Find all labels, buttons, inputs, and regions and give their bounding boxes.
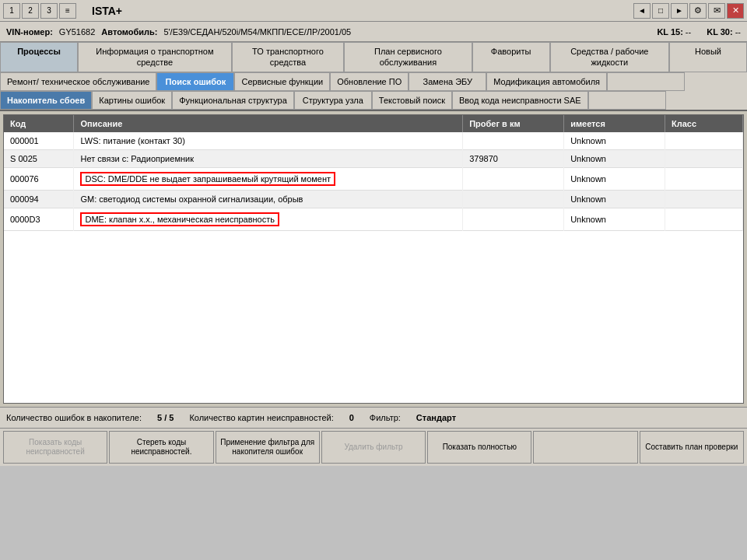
nav-btn-3[interactable]: 3 (40, 3, 58, 19)
nav-error-search[interactable]: Поиск ошибок (156, 72, 234, 91)
forward-btn[interactable]: ► (671, 3, 688, 19)
nav-service-plan[interactable]: План сервисного обслуживания (344, 42, 472, 72)
cell-status: Unknown (564, 168, 665, 191)
main-content: Код Описание Пробег в км имеется Класс 0… (0, 111, 747, 407)
nav-row-2: Ремонт/ техническое обслуживание Поиск о… (0, 72, 747, 91)
footer-buttons: Показать коды неисправностейСтереть коды… (0, 429, 747, 466)
cell-code: 000076 (4, 168, 74, 191)
nav-text-search[interactable]: Текстовый поиск (372, 91, 452, 110)
nav-processes[interactable]: Процессы (0, 42, 78, 72)
col-mileage: Пробег в км (463, 115, 564, 132)
nav-software-update[interactable]: Обновление ПО (330, 72, 409, 91)
nav-btn-2[interactable]: 2 (22, 3, 39, 19)
kl15-value: -- (686, 27, 691, 37)
fault-images-label: Количество картин неисправностей: (189, 413, 333, 422)
nav-ecu-replace[interactable]: Замена ЭБУ (409, 72, 486, 91)
cell-description: DSC: DME/DDE не выдает запрашиваемый кру… (74, 168, 463, 191)
cell-mileage (463, 132, 564, 150)
title-bar: 1 2 3 ≡ ISTA+ ◄ □ ► ⚙ ✉ ✕ (0, 0, 747, 22)
filter-label: Фильтр: (370, 413, 401, 422)
close-btn[interactable]: ✕ (727, 3, 744, 19)
nav-row-1: Процессы Информация о транспортном средс… (0, 42, 747, 72)
cell-description: Нет связи с: Радиоприемник (74, 150, 463, 168)
nav-square-btn[interactable]: □ (652, 3, 669, 19)
nav-sae-code[interactable]: Ввод кода неисправности SAE (452, 91, 588, 110)
nav-list-btn[interactable]: ≡ (59, 3, 76, 19)
cell-code: S 0025 (4, 150, 74, 168)
info-bar: VIN-номер: GY51682 Автомобиль: 5'/E39/СЕ… (0, 22, 747, 42)
cell-class (665, 150, 743, 168)
nav-empty-2 (588, 91, 666, 110)
nav-empty-1 (607, 72, 685, 91)
table-body: 000001LWS: питание (контакт 30)UnknownS … (4, 132, 743, 231)
nav-node-structure[interactable]: Структура узла (294, 91, 372, 110)
footer-status: Количество ошибок в накопителе: 5 / 5 Ко… (0, 407, 747, 429)
vin-value: GY51682 (59, 27, 95, 37)
nav-service-functions[interactable]: Сервисные функции (234, 72, 330, 91)
filter-value: Стандарт (416, 413, 456, 422)
cell-class (665, 132, 743, 150)
table-row[interactable]: 000094GM: светодиод системы охранной сиг… (4, 191, 743, 208)
errors-value: 5 / 5 (157, 413, 174, 422)
auto-label: Автомобиль: (101, 27, 157, 37)
table-row[interactable]: 0000D3DME: клапан х.х., механическая неи… (4, 208, 743, 231)
footer-btn-2[interactable]: Применение фильтра для накопителя ошибок (216, 431, 320, 464)
highlighted-description: DME: клапан х.х., механическая неисправн… (80, 212, 279, 226)
cell-class (665, 191, 743, 208)
nav-vehicle-info[interactable]: Информация о транспортном средстве (78, 42, 232, 72)
nav-row-3: Накопитель сбоев Картины ошибок Функцион… (0, 91, 747, 110)
errors-label: Количество ошибок в накопителе: (6, 413, 142, 422)
nav-favorites[interactable]: Фавориты (472, 42, 550, 72)
cell-description: GM: светодиод системы охранной сигнализа… (74, 191, 463, 208)
cell-description: LWS: питание (контакт 30) (74, 132, 463, 150)
footer-btn-3: Удалить фильтр (321, 431, 426, 464)
cell-status: Unknown (564, 208, 665, 231)
nav-fault-images[interactable]: Картины ошибок (92, 91, 172, 110)
vin-label: VIN-номер: (6, 27, 53, 37)
footer-btn-6[interactable]: Составить план проверки (640, 431, 744, 464)
cell-status: Unknown (564, 150, 665, 168)
footer-btn-1[interactable]: Стереть коды неисправностей. (109, 431, 213, 464)
nav-fault-accumulator[interactable]: Накопитель сбоев (0, 91, 92, 110)
nav-new[interactable]: Новый (669, 42, 747, 72)
table-row[interactable]: S 0025Нет связи с: Радиоприемник379870Un… (4, 150, 743, 168)
cell-mileage (463, 208, 564, 231)
footer-btn-0: Показать коды неисправностей (3, 431, 107, 464)
table-row[interactable]: 000076DSC: DME/DDE не выдает запрашиваем… (4, 168, 743, 191)
kl-values: KL 15: -- KL 30: -- (657, 27, 741, 37)
highlighted-description: DSC: DME/DDE не выдает запрашиваемый кру… (80, 172, 335, 186)
nav-service-to[interactable]: ТО транспортного средства (232, 42, 344, 72)
cell-code: 000001 (4, 132, 74, 150)
footer-btn-5 (533, 431, 637, 464)
cell-status: Unknown (564, 191, 665, 208)
nav-area: Процессы Информация о транспортном средс… (0, 42, 747, 111)
col-status: имеется (564, 115, 665, 132)
cell-class (665, 208, 743, 231)
email-btn[interactable]: ✉ (708, 3, 725, 19)
cell-code: 0000D3 (4, 208, 74, 231)
cell-mileage (463, 168, 564, 191)
cell-mileage: 379870 (463, 150, 564, 168)
col-code: Код (4, 115, 74, 132)
kl15-label: KL 15: (657, 27, 682, 37)
error-table-container: Код Описание Пробег в км имеется Класс 0… (3, 114, 744, 404)
nav-btn-1[interactable]: 1 (3, 3, 20, 19)
kl30-label: KL 30: (707, 27, 732, 37)
error-table: Код Описание Пробег в км имеется Класс 0… (4, 115, 743, 231)
settings-btn[interactable]: ⚙ (689, 3, 707, 19)
auto-value: 5'/E39/СЕДАН/520i/M54/МКПП/ЕСЕ/ЛР/2001/0… (163, 27, 351, 37)
footer-btn-4[interactable]: Показать полностью (427, 431, 531, 464)
nav-modification[interactable]: Модификация автомобиля (486, 72, 607, 91)
cell-description: DME: клапан х.х., механическая неисправн… (74, 208, 463, 231)
kl30-value: -- (735, 27, 741, 37)
nav-repair[interactable]: Ремонт/ техническое обслуживание (0, 72, 156, 91)
table-row[interactable]: 000001LWS: питание (контакт 30)Unknown (4, 132, 743, 150)
col-class: Класс (665, 115, 743, 132)
cell-status: Unknown (564, 132, 665, 150)
cell-mileage (463, 191, 564, 208)
back-btn[interactable]: ◄ (633, 3, 651, 19)
nav-fluids[interactable]: Средства / рабочие жидкости (550, 42, 669, 72)
nav-functional-structure[interactable]: Функциональная структура (172, 91, 294, 110)
col-description: Описание (74, 115, 463, 132)
fault-images-value: 0 (349, 413, 354, 422)
